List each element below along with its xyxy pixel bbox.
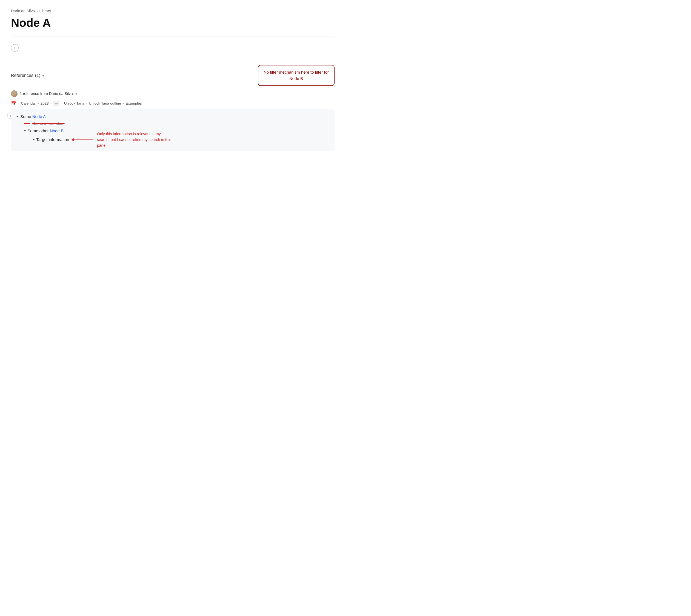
sub-node-text: Some other Node B: [27, 128, 64, 134]
reference-from-row: 1 reference from Dario da Silva ∨: [11, 90, 335, 97]
ref-chevron-icon: ∨: [75, 92, 77, 95]
strikethrough-text: Some information: [32, 121, 65, 126]
path-examples[interactable]: Examples: [125, 101, 142, 105]
annotation-box-text: No filter mechanism here to filter for N…: [264, 70, 329, 81]
path-sep-3: ›: [61, 101, 62, 105]
arrow-line: [74, 139, 93, 140]
path-unlock-tana-outline[interactable]: Unlock Tana outline: [89, 101, 121, 105]
references-header-row: References (1) ∨ No filter mechanism her…: [11, 65, 335, 86]
path-sep-4: ›: [86, 101, 87, 105]
strikethrough-line: [24, 123, 30, 124]
path-sep-1: ›: [38, 101, 39, 105]
breadcrumb-separator: ›: [37, 9, 38, 13]
path-sep-5: ›: [123, 101, 124, 105]
reference-card: • Some Node A Some information • Some ot…: [11, 109, 335, 151]
path-unlock-tana[interactable]: Unlock Tana: [64, 101, 84, 105]
bullet-target: •: [33, 137, 35, 143]
annotation-box: No filter mechanism here to filter for N…: [258, 65, 335, 86]
references-count: (1): [35, 73, 41, 78]
arrowhead-icon: [71, 138, 74, 141]
top-node-row: • Some Node A: [17, 114, 329, 120]
breadcrumb: Dario da Silva › Library: [11, 9, 335, 13]
bullet-top: •: [17, 114, 18, 120]
path-sep-2: ›: [50, 101, 52, 105]
top-node-prefix: Some: [20, 114, 32, 119]
path-ellipsis[interactable]: ···: [53, 101, 60, 106]
avatar: [11, 90, 18, 97]
references-section: References (1) ∨ No filter mechanism her…: [11, 65, 335, 151]
sub-list: • Some other Node B • Target information: [17, 128, 329, 143]
target-node-text: Target information: [36, 137, 69, 143]
path-calendar[interactable]: Calendar: [21, 101, 36, 105]
arrow-graphic: [71, 138, 93, 141]
sub-node-item: • Some other Node B: [24, 128, 329, 134]
bullet-sub: •: [24, 128, 26, 134]
page-title: Node A: [11, 17, 335, 29]
path-year[interactable]: 2023: [41, 101, 49, 105]
references-toggle[interactable]: References (1) ∨: [11, 73, 44, 78]
reference-from-label: 1 reference from Dario da Silva: [20, 91, 73, 96]
breadcrumb-item-user[interactable]: Dario da Silva: [11, 9, 35, 13]
references-label: References: [11, 73, 34, 78]
target-node-item: • Target information Only this informati…: [33, 137, 329, 143]
breadcrumb-item-library[interactable]: Library: [39, 9, 51, 13]
top-node-text: Some Node A: [20, 114, 46, 120]
calendar-icon: 📅: [11, 101, 17, 106]
add-button[interactable]: +: [11, 44, 19, 52]
sub-node-prefix: Some other: [27, 128, 50, 133]
sub-node-link[interactable]: Node B: [50, 128, 64, 133]
sub-sub-list: • Target information Only this informati…: [24, 137, 329, 143]
divider: [11, 36, 335, 37]
strikethrough-row: Some information: [17, 121, 329, 126]
top-node-link[interactable]: Node A: [32, 114, 46, 119]
ref-card-wrapper: ∨ • Some Node A Some information •: [11, 109, 335, 151]
arrow-annotation: Only this information is relevant in my …: [71, 131, 174, 148]
annotation-text-right: Only this information is relevant in my …: [97, 131, 174, 148]
breadcrumb-path: 📅 › Calendar › 2023 › ··· › Unlock Tana …: [11, 101, 335, 106]
chevron-down-icon: ∨: [42, 74, 44, 78]
add-button-area: +: [11, 44, 335, 52]
path-sep-0: ›: [18, 101, 19, 105]
avatar-image: [11, 90, 18, 97]
plus-icon: +: [14, 45, 16, 50]
